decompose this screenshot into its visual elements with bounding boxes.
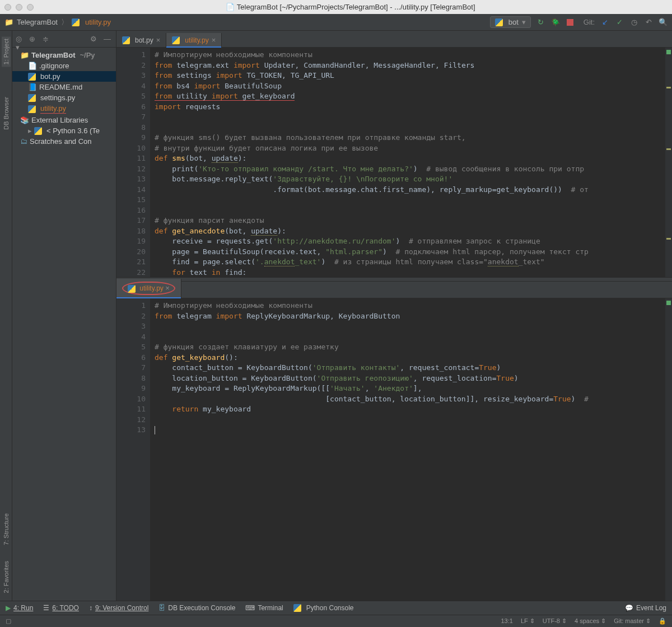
python-file-icon [28, 73, 36, 81]
hide-icon[interactable]: — [104, 35, 113, 44]
toolwindow-eventlog[interactable]: 💬Event Log [625, 604, 666, 612]
target-icon[interactable]: ◎ ▾ [16, 35, 25, 44]
vcs-update-icon[interactable]: ↙ [600, 18, 609, 27]
inspection-ok-icon [666, 50, 671, 54]
vcs-commit-icon[interactable]: ✓ [615, 18, 624, 27]
gutter-top: 1234 5678 9101112 13141516 17181920 2122 [116, 48, 150, 277]
tree-external-libs[interactable]: 📚 External Libraries [12, 115, 116, 125]
project-sidebar: ◎ ▾ ⊕ ≑ ⚙ — 📁 TelegramBot ~/Py 📄 .gitign… [12, 31, 116, 601]
python-file-icon [28, 105, 36, 113]
main-toolbar: 📁 TelegramBot 〉 utility.py bot ▾ ↻ 🪲 Git… [0, 14, 672, 31]
file-icon: 📄 [28, 62, 37, 70]
tab-utility[interactable]: utility.py × [166, 33, 222, 47]
toolwindow-terminal[interactable]: ⌨Terminal [245, 604, 283, 612]
python-file-icon [122, 36, 130, 44]
line-ending[interactable]: LF ⇕ [521, 617, 535, 625]
marker-strip-bottom[interactable] [665, 298, 672, 601]
tab-structure[interactable]: 7: Structure [2, 511, 11, 548]
revert-icon[interactable]: ↶ [644, 18, 653, 27]
window-title: 📄 TelegramBot [~/PycharmProjects/Telegra… [34, 3, 668, 11]
breadcrumb-root[interactable]: TelegramBot [17, 18, 58, 26]
inspection-ok-icon [666, 301, 671, 305]
tree-file-gitignore[interactable]: 📄 .gitignore [12, 60, 116, 71]
tab-db-browser[interactable]: DB Browser [2, 95, 11, 132]
search-icon[interactable]: 🔍 [659, 18, 668, 27]
status-bar: ▢ 13:1 LF ⇕ UTF-8 ⇕ 4 spaces ⇕ Git: mast… [0, 615, 672, 627]
project-tree[interactable]: 📁 TelegramBot ~/Py 📄 .gitignore bot.py 📘… [12, 48, 116, 149]
lock-icon[interactable]: 🔒 [659, 617, 666, 625]
cursor-position[interactable]: 13:1 [501, 617, 512, 625]
bottom-toolwindow-bar: ▶4: Run ☰6: TODO ↕9: Version Control 🗄DB… [0, 601, 672, 615]
run-button[interactable]: ↻ [536, 18, 545, 27]
collapse-all-icon[interactable]: ≑ [43, 35, 52, 44]
stop-button[interactable] [566, 18, 575, 27]
run-config-label: bot [508, 18, 519, 26]
editor-bottom[interactable]: 1234 5678 9101112 13 # Импортируем необх… [116, 298, 672, 601]
tab-project[interactable]: 1: Project [2, 36, 11, 67]
annotation-circle: utility.py × [122, 282, 175, 295]
toolwindows-icon[interactable]: ▢ [6, 617, 11, 625]
traffic-lights [4, 4, 34, 11]
editor-top[interactable]: 1234 5678 9101112 13141516 17181920 2122… [116, 48, 672, 277]
python-icon [34, 127, 42, 135]
python-file-icon [172, 36, 180, 44]
git-branch[interactable]: Git: master ⇕ [614, 617, 651, 625]
gutter-bottom: 1234 5678 9101112 13 [116, 298, 150, 601]
code-top[interactable]: # Импортируем необходимые компоненты fro… [150, 48, 665, 277]
breadcrumb: 📁 TelegramBot 〉 utility.py [4, 17, 111, 27]
tree-scratches[interactable]: 🗂 Scratches and Con [12, 136, 116, 147]
scratches-icon: 🗂 [20, 137, 27, 146]
tree-python-env[interactable]: ▸ < Python 3.6 (Te [12, 125, 116, 136]
sidebar-toolbar: ◎ ▾ ⊕ ≑ ⚙ — [12, 31, 116, 48]
zoom-window-icon[interactable] [27, 4, 34, 11]
chevron-right-icon: ▸ [28, 127, 32, 135]
indent[interactable]: 4 spaces ⇕ [575, 617, 606, 625]
marker-strip-top[interactable] [665, 48, 672, 277]
close-window-icon[interactable] [4, 4, 11, 11]
folder-icon: 📁 [4, 18, 13, 26]
tree-file-utility[interactable]: utility.py [12, 103, 116, 115]
tab-utility-bottom[interactable]: utility.py × [116, 279, 181, 298]
editor-splitter[interactable] [116, 277, 672, 282]
tree-file-readme[interactable]: 📘 README.md [12, 82, 116, 92]
close-icon[interactable]: × [212, 36, 216, 44]
run-config-selector[interactable]: bot ▾ [490, 16, 531, 28]
expand-all-icon[interactable]: ⊕ [29, 35, 38, 44]
close-icon[interactable]: × [165, 284, 170, 292]
debug-button[interactable]: 🪲 [551, 18, 560, 27]
code-bottom[interactable]: # Импортируем необходимые компоненты fro… [150, 298, 665, 601]
left-toolwindow-bar: 1: Project DB Browser 7: Structure 2: Fa… [0, 31, 12, 601]
python-file-icon [28, 94, 36, 102]
gear-icon[interactable]: ⚙ [90, 35, 99, 44]
toolwindow-pyconsole[interactable]: Python Console [293, 604, 354, 612]
encoding[interactable]: UTF-8 ⇕ [543, 617, 567, 625]
git-label: Git: [584, 18, 595, 26]
editor-tabs-top: bot.py × utility.py × [116, 31, 672, 48]
tab-favorites[interactable]: 2: Favorites [2, 559, 11, 595]
lib-icon: 📚 [20, 116, 29, 124]
toolwindow-vcs[interactable]: ↕9: Version Control [89, 604, 148, 612]
python-file-icon [72, 18, 80, 26]
chevron-right-icon: 〉 [61, 17, 68, 27]
close-icon[interactable]: × [156, 36, 161, 44]
toolwindow-db[interactable]: 🗄DB Execution Console [158, 604, 235, 612]
editor-tabs-bottom: utility.py × [116, 282, 672, 298]
toolwindow-run[interactable]: ▶4: Run [6, 604, 33, 612]
python-icon [293, 604, 301, 612]
tree-root[interactable]: 📁 TelegramBot ~/Py [12, 50, 116, 60]
minimize-window-icon[interactable] [16, 4, 22, 11]
breadcrumb-file[interactable]: utility.py [85, 18, 111, 26]
mac-titlebar: 📄 TelegramBot [~/PycharmProjects/Telegra… [0, 0, 672, 14]
python-icon [495, 18, 503, 26]
tab-bot[interactable]: bot.py × [116, 33, 166, 47]
folder-icon: 📁 [20, 51, 29, 59]
chevron-down-icon: ▾ [522, 18, 526, 26]
python-file-icon [128, 285, 136, 293]
text-cursor [155, 426, 155, 434]
toolwindow-todo[interactable]: ☰6: TODO [43, 604, 79, 612]
tree-file-bot[interactable]: bot.py [12, 71, 116, 82]
md-file-icon: 📘 [28, 83, 37, 91]
history-icon[interactable]: ◷ [629, 18, 638, 27]
tree-file-settings[interactable]: settings.py [12, 92, 116, 103]
